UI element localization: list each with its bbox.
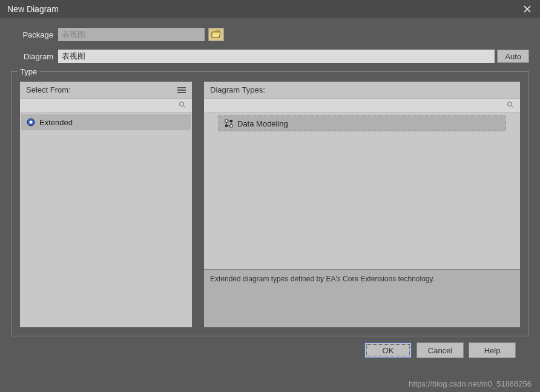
diagram-types-search <box>204 99 520 113</box>
dialog-content: Package Diagram Auto Type Select From: <box>0 18 540 358</box>
extended-icon <box>26 117 36 127</box>
svg-point-2 <box>30 121 33 124</box>
diagram-types-title: Diagram Types: <box>210 85 265 94</box>
description-box: Extended diagram types defined by EA's C… <box>204 269 520 327</box>
svg-rect-4 <box>225 120 228 122</box>
svg-point-0 <box>180 102 184 106</box>
help-button[interactable]: Help <box>469 342 516 358</box>
groupbox-legend: Type <box>18 67 39 76</box>
svg-rect-6 <box>225 125 228 127</box>
list-item-label: Data Modeling <box>237 119 288 128</box>
diagram-types-panel: Diagram Types: <box>204 82 520 327</box>
diagram-input[interactable] <box>58 50 495 63</box>
search-icon[interactable] <box>179 101 186 110</box>
package-label: Package <box>11 30 53 39</box>
package-input[interactable] <box>58 28 205 41</box>
select-from-search <box>20 99 192 113</box>
data-modeling-icon <box>224 119 234 128</box>
select-from-menu-button[interactable] <box>177 87 186 93</box>
window-title: New Diagram <box>7 4 59 14</box>
select-from-panel: Select From: Extended <box>20 82 192 327</box>
select-from-title: Select From: <box>26 85 71 94</box>
type-groupbox: Type Select From: Extended <box>11 71 529 336</box>
ok-button[interactable]: OK <box>364 342 412 358</box>
folder-icon <box>211 30 221 39</box>
package-row: Package <box>11 28 529 41</box>
list-item[interactable]: Data Modeling <box>219 116 505 131</box>
browse-package-button[interactable] <box>208 28 224 41</box>
svg-rect-7 <box>230 125 232 127</box>
select-from-header: Select From: <box>20 82 192 99</box>
svg-point-3 <box>508 102 512 106</box>
list-item[interactable]: Extended <box>21 114 191 130</box>
cancel-button[interactable]: Cancel <box>417 342 464 358</box>
close-icon <box>524 5 531 13</box>
search-icon[interactable] <box>507 101 514 110</box>
close-button[interactable] <box>519 1 535 17</box>
svg-rect-5 <box>230 120 232 122</box>
dialog-footer: OK Cancel Help <box>11 336 529 358</box>
diagram-types-list: Data Modeling <box>204 113 520 264</box>
select-from-list: Extended <box>20 113 192 327</box>
list-item-label: Extended <box>39 118 73 127</box>
auto-button[interactable]: Auto <box>497 50 529 63</box>
diagram-label: Diagram <box>11 52 53 61</box>
diagram-row: Diagram Auto <box>11 50 529 63</box>
diagram-types-header: Diagram Types: <box>204 82 520 99</box>
titlebar: New Diagram <box>0 0 540 18</box>
watermark: https://blog.csdn.net/m0_51868256 <box>409 379 532 388</box>
